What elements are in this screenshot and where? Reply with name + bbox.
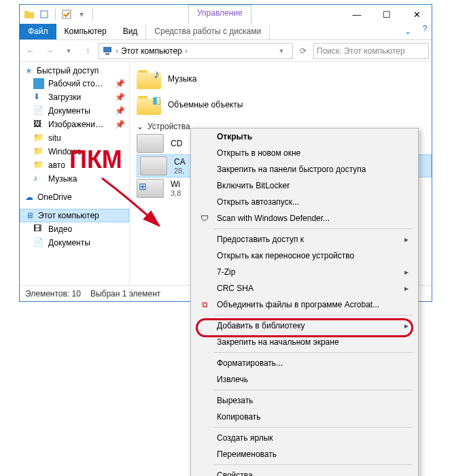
nav-up-button[interactable]: ↑ [80, 43, 96, 59]
sidebar-item-label: Музыка [48, 174, 77, 184]
sidebar-item-label: Изображени… [48, 120, 103, 129]
pin-icon: 📌 [115, 106, 125, 116]
properties-icon[interactable] [39, 9, 50, 20]
optical-drive-icon [137, 134, 164, 153]
ctx-cut[interactable]: Вырезать [191, 392, 418, 409]
sidebar-quick-access[interactable]: ★Быстрый доступ [20, 65, 129, 77]
ctx-separator [214, 315, 413, 316]
ctx-separator [214, 228, 413, 229]
folder-music[interactable]: ♪ Музыка [137, 66, 432, 92]
status-selected: Выбран 1 элемент [90, 289, 160, 299]
sidebar-item-label: Загрузки [48, 92, 81, 102]
ctx-open[interactable]: Открыть [191, 129, 418, 145]
folder-3dobjects[interactable]: ◧ Объемные объекты [137, 92, 432, 118]
pin-icon: 📌 [115, 79, 125, 88]
ctx-bitlocker[interactable]: Включить BitLocker [191, 177, 418, 194]
chevron-right-icon[interactable]: › [116, 46, 118, 56]
pin-icon: 📌 [115, 120, 125, 129]
shield-icon: 🛡 [196, 214, 213, 223]
ctx-pin-start[interactable]: Закрепить на начальном экране [191, 334, 418, 350]
chevron-right-icon: ▸ [404, 235, 413, 244]
sidebar-item-desktop[interactable]: Рабочий сто…📌 [20, 77, 129, 90]
chevron-right-icon: ▸ [404, 284, 413, 293]
qat-dropdown-icon[interactable]: ▾ [76, 9, 87, 20]
sidebar-item-label: Документы [48, 238, 90, 248]
ribbon-expand-icon[interactable]: ⌄ [398, 24, 418, 39]
minimize-button[interactable]: — [342, 5, 372, 24]
nav-back-button[interactable]: ← [22, 43, 39, 59]
svg-rect-1 [24, 11, 29, 13]
sidebar-item-documents[interactable]: 📄Документы [20, 236, 129, 250]
sidebar-item-pictures[interactable]: 🖼Изображени…📌 [20, 118, 129, 131]
drive-label: CD [171, 139, 182, 148]
drive-label: CA [174, 157, 186, 167]
ctx-format[interactable]: Форматировать... [191, 355, 418, 371]
ctx-open-new-window[interactable]: Открыть в новом окне [191, 145, 418, 161]
sidebar-item-label: Windows [48, 147, 82, 156]
sidebar-thispc[interactable]: 🖥Этот компьютер [20, 209, 129, 222]
folder-label: Объемные объекты [168, 100, 243, 109]
music-folder-icon: ♪ [137, 69, 161, 89]
sidebar-item-documents[interactable]: 📄Документы📌 [20, 104, 129, 118]
chevron-right-icon: ▸ [404, 321, 413, 330]
sidebar-onedrive[interactable]: ☁OneDrive [20, 191, 129, 203]
acrobat-icon: ⧉ [196, 300, 213, 309]
ctx-rename[interactable]: Переименовать [191, 446, 418, 462]
ctx-7zip[interactable]: 7-Zip▸ [191, 264, 418, 280]
ctx-autoplay[interactable]: Открыть автозапуск... [191, 194, 418, 210]
folder-icon: 📁 [33, 133, 44, 143]
pin-icon: 📌 [115, 92, 125, 102]
tab-disktools[interactable]: Средства работы с дисками [145, 24, 270, 39]
ctx-separator [214, 390, 413, 390]
svg-rect-0 [24, 12, 34, 18]
sidebar-item-folder[interactable]: 📁авто [20, 158, 129, 172]
refresh-button[interactable]: ⟳ [296, 43, 311, 59]
quick-access-toolbar: ▾ [20, 9, 99, 20]
sidebar-item-video[interactable]: 🎞Видео [20, 222, 129, 236]
computer-icon: 🖥 [26, 211, 34, 220]
sidebar-label: OneDrive [37, 192, 72, 202]
ctx-copy[interactable]: Копировать [191, 409, 418, 425]
help-icon[interactable]: ? [418, 24, 432, 39]
maximize-button[interactable]: ☐ [372, 5, 402, 24]
qat-separator [55, 9, 56, 20]
chevron-right-icon[interactable]: › [185, 46, 188, 56]
ctx-share[interactable]: Предоставить доступ к▸ [191, 231, 418, 248]
sidebar-item-folder[interactable]: 📁Windows [20, 145, 129, 158]
tab-file[interactable]: Файл [20, 24, 56, 39]
ctx-pin-quick-access[interactable]: Закрепить на панели быстрого доступа [191, 161, 418, 177]
sidebar-item-label: situ [48, 133, 61, 143]
window-controls: — ☐ ✕ [342, 5, 432, 24]
address-dropdown-icon[interactable]: ▼ [273, 43, 290, 59]
sidebar-label: Быстрый доступ [37, 66, 99, 75]
breadcrumb[interactable]: Этот компьютер [121, 46, 182, 56]
context-menu: Открыть Открыть в новом окне Закрепить н… [190, 128, 419, 476]
search-input[interactable]: Поиск: Этот компьютер [313, 43, 429, 59]
titlebar: ▾ Управление Этот компьютер — ☐ ✕ [20, 5, 432, 24]
cloud-icon: ☁ [25, 192, 33, 202]
ctx-crc-sha[interactable]: CRC SHA▸ [191, 280, 418, 296]
close-button[interactable]: ✕ [402, 5, 432, 24]
ctx-eject[interactable]: Извлечь [191, 371, 418, 388]
tab-computer[interactable]: Компьютер [56, 24, 115, 39]
drive-size: 28, [174, 167, 186, 175]
sidebar-item-music[interactable]: ♪Музыка [20, 172, 129, 186]
ctx-separator [214, 352, 413, 353]
checkbox-icon[interactable] [61, 9, 72, 20]
sidebar-item-folder[interactable]: 📁situ [20, 131, 129, 145]
nav-history-dropdown[interactable]: ▼ [60, 43, 77, 59]
nav-forward-button[interactable]: → [41, 43, 58, 59]
ctx-properties[interactable]: Свойства [191, 467, 418, 476]
local-drive-icon: ⊞ [137, 179, 164, 198]
ctx-acrobat[interactable]: ⧉Объединить файлы в программе Acrobat... [191, 296, 418, 313]
ribbon-context-tab[interactable]: Управление [188, 5, 251, 24]
ctx-create-shortcut[interactable]: Создать ярлык [191, 430, 418, 446]
ctx-defender[interactable]: 🛡Scan with Windows Defender... [191, 210, 418, 226]
tab-view[interactable]: Вид [115, 24, 146, 39]
address-bar[interactable]: › Этот компьютер › ▼ [99, 43, 293, 59]
ctx-portable[interactable]: Открыть как переносное устройство [191, 248, 418, 264]
ctx-add-library[interactable]: Добавить в библиотеку▸ [191, 318, 418, 334]
sidebar-item-downloads[interactable]: ⬇Загрузки📌 [20, 90, 129, 104]
sidebar-item-label: Рабочий сто… [48, 79, 103, 88]
folder-label: Музыка [168, 74, 196, 84]
